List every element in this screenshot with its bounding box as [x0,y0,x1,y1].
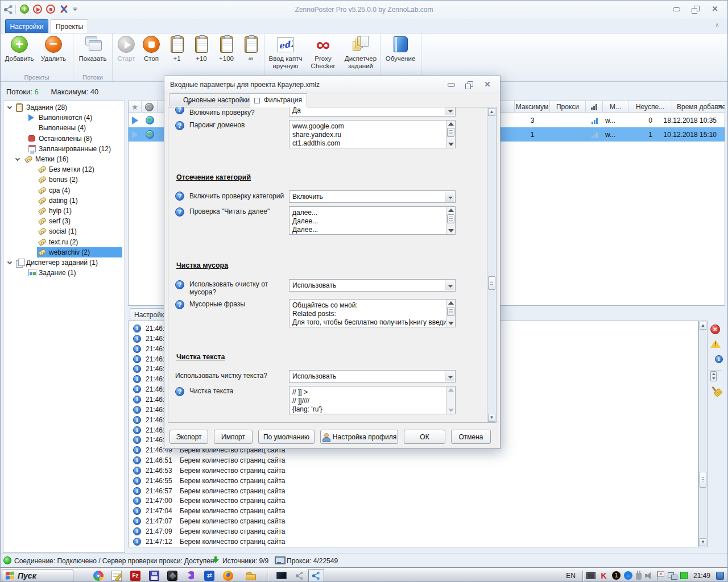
scroll-thumb[interactable] [700,472,706,488]
tree-expander-icon[interactable] [7,260,12,264]
ribbon-button-+1[interactable]: +1 [165,35,189,73]
minimize-button[interactable] [672,5,681,13]
quicklaunch-filezilla[interactable]: Fz [129,569,142,581]
help-icon[interactable]: ? [175,121,184,130]
textarea-4[interactable]: далее...Далее...Далее... [289,206,456,235]
clock[interactable]: 21:49 [693,572,710,580]
tree-item-serf[interactable]: serf (3) [3,216,125,226]
column-header-star[interactable]: ★ [129,101,142,113]
log-row[interactable]: i21:47:04Берем количество страниц сайта [129,506,698,516]
dialog-button-по-умолчанию[interactable]: По умолчанию [258,430,315,444]
log-row[interactable]: i21:47:09Берем количество страниц сайта [129,526,698,537]
help-icon[interactable]: ? [175,280,184,289]
scroll-down-button[interactable]: ▼ [488,414,495,422]
dropdown-9[interactable]: Использовать [289,370,456,383]
column-header-proxy[interactable]: Прокси [550,101,586,113]
dropdown-arrow-icon[interactable] [445,371,454,381]
ribbon-button-+10[interactable]: +10 [189,35,213,73]
scroll-up-icon[interactable] [448,122,454,126]
tray-volume-icon[interactable] [645,572,653,580]
quicklaunch-visual-studio[interactable] [184,569,198,581]
ribbon-button-показать[interactable]: Показать [76,35,110,73]
ribbon-collapse-icon[interactable]: ∧ [714,22,721,28]
textarea-scrollbar[interactable] [446,120,455,148]
show-desktop-button[interactable] [716,572,724,580]
log-scrollbar[interactable]: ▲▼ [698,321,708,547]
quicklaunch-firefox[interactable] [221,569,235,581]
autoscroll-icon[interactable] [710,371,717,381]
dialog-restore-button[interactable] [465,81,474,89]
tree-item-диспетчер[interactable]: Диспетчер заданий (1) [3,257,125,268]
dropdown-arrow-icon[interactable] [445,192,454,202]
dropdown-arrow-icon[interactable] [445,107,454,115]
log-row[interactable]: i21:47:00Берем количество страниц сайта [129,496,698,506]
dialog-button-отмена[interactable]: Отмена [451,430,491,444]
column-header-m[interactable]: М... [603,101,628,113]
taskbar-window-screenshot[interactable] [274,569,289,582]
dialog-minimize-button[interactable] [446,81,456,89]
ribbon-button-обучение[interactable]: Обучение [383,35,418,73]
dialog-scrollbar[interactable]: ▲▼ [487,107,496,422]
tree-expander-icon[interactable] [15,156,20,161]
tree-item-text.ru[interactable]: text.ru (2) [3,237,125,247]
tree-item-выполнены[interactable]: Выполнены (4) [3,123,125,133]
quicklaunch-floppy[interactable] [147,569,161,581]
scroll-thumb[interactable] [447,307,454,316]
scroll-up-icon[interactable] [448,209,454,212]
quicklaunch-folder[interactable] [244,569,258,581]
tree-item-без[interactable]: Без метки (12) [3,164,125,174]
taskbar-window-zennoposter-inactive[interactable] [292,569,308,582]
scroll-up-icon[interactable] [448,388,454,392]
tray-green-status-icon[interactable] [680,572,688,579]
filter-errors-icon[interactable]: ✕ [710,325,720,334]
scroll-thumb[interactable] [488,276,495,290]
scroll-down-button[interactable]: ▼ [700,538,706,546]
tray-teamviewer-icon[interactable]: ↔ [624,571,632,580]
quicklaunch-notepad[interactable] [110,569,123,581]
help-icon[interactable]: ? [175,387,184,396]
tab-projects[interactable]: Проекты [51,19,88,33]
dialog-close-button[interactable]: ✕ [483,81,492,89]
dropdown-6[interactable]: Использовать [289,279,456,292]
log-row[interactable]: i21:46:57Берем количество страниц сайта [129,486,698,496]
column-header-added[interactable]: Время добавления [672,101,725,113]
ribbon-button-диспетчер-заданий[interactable]: Диспетчер заданий [342,35,379,73]
dialog-button-импорт[interactable]: Импорт [214,430,253,444]
scroll-up-button[interactable]: ▲ [488,108,495,116]
ribbon-button-∞[interactable]: ∞ [239,35,262,73]
column-header-failed[interactable]: Неуспе... [628,101,672,113]
tray-kaspersky-icon[interactable]: K [599,571,609,580]
language-indicator[interactable]: EN [562,571,579,581]
tree-item-выполняются[interactable]: Выполняются (4) [3,113,125,123]
tray-notification-1-icon[interactable]: 1 [612,571,621,580]
scroll-up-icon[interactable] [448,301,454,305]
column-header-chart[interactable] [586,101,603,113]
ribbon-button-старт[interactable]: Старт [115,35,138,73]
quicklaunch-sync[interactable]: ⇄ [202,569,216,581]
textarea-scrollbar[interactable] [446,207,455,234]
scroll-down-icon[interactable] [448,322,454,325]
help-icon[interactable]: ? [175,207,184,217]
scroll-thumb[interactable] [447,128,454,137]
tree-item-bonus[interactable]: bonus (2) [3,174,125,185]
tab-settings[interactable]: Настройки [5,19,48,33]
log-row[interactable]: i21:46:53Берем количество страниц сайта [129,465,698,476]
textarea-1[interactable]: www.google.comshare.yandex.ruct1.addthis… [289,120,456,148]
textarea-10[interactable]: // ]] >// ]]////{lang: 'ru'} [289,386,456,414]
dialog-button-ок[interactable]: ОК [404,430,445,444]
quicklaunch-chrome[interactable] [92,569,105,581]
tray-keyboard-icon[interactable] [586,572,595,579]
tree-expander-icon[interactable] [7,105,12,109]
quicklaunch-cube[interactable] [166,569,179,581]
filter-info-icon[interactable]: i [715,355,723,363]
restore-button[interactable] [691,5,700,13]
dropdown-3[interactable]: Включить [289,190,456,203]
textarea-scrollbar[interactable] [446,300,455,327]
ribbon-button-добавить[interactable]: Добавить [3,35,36,73]
dialog-button-экспорт[interactable]: Экспорт [169,430,208,444]
close-button[interactable]: ✕ [710,5,719,13]
start-button[interactable]: Пуск [2,569,73,582]
tree-item-задание[interactable]: Задание (1) [3,268,125,278]
ribbon-button-proxy-checker[interactable]: ∞Proxy Checker [305,35,341,73]
ribbon-button-+100[interactable]: +100 [214,35,239,73]
